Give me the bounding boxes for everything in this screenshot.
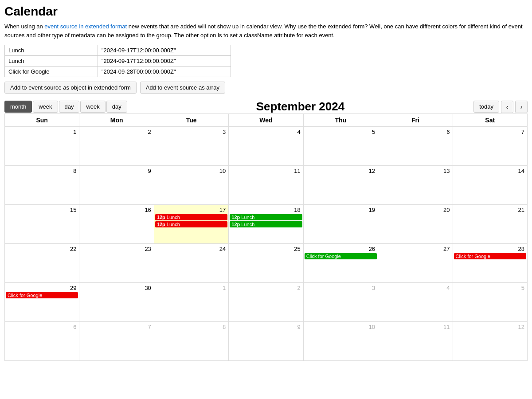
calendar-week-4: 22 23 24 25 26 Click for Google 27 28 Cl… xyxy=(5,244,528,283)
add-extended-button[interactable]: Add to event source as object in extende… xyxy=(4,82,137,94)
day-oct-12: 12 xyxy=(453,322,527,361)
next-button[interactable]: › xyxy=(515,101,528,113)
view-day-button-1[interactable]: day xyxy=(59,101,80,113)
day-sep-22: 22 xyxy=(5,244,79,283)
description: When using an event source in extended f… xyxy=(4,22,528,39)
page-title: Calendar xyxy=(4,4,528,19)
table-row: Lunch "2024-09-17T12:00:00.000Z" xyxy=(5,56,231,66)
event-name-cell: Lunch xyxy=(5,45,98,56)
header-wed: Wed xyxy=(229,114,303,127)
day-sep-30: 30 xyxy=(79,283,154,322)
header-sat: Sat xyxy=(453,114,527,127)
day-oct-9: 9 xyxy=(229,322,303,361)
day-oct-6: 6 xyxy=(5,322,79,361)
calendar-controls: month week day week day September 2024 t… xyxy=(4,100,528,113)
table-row: Lunch "2024-09-17T12:00:00.000Z" xyxy=(5,45,231,56)
header-thu: Thu xyxy=(303,114,378,127)
calendar-grid: Sun Mon Tue Wed Thu Fri Sat 1 2 3 4 5 6 … xyxy=(4,113,528,361)
day-sep-3: 3 xyxy=(154,127,228,166)
day-sep-8: 8 xyxy=(5,166,79,205)
today-button[interactable]: today xyxy=(473,101,499,113)
calendar-week-6: 6 7 8 9 10 11 12 xyxy=(5,322,528,361)
view-day-button-2[interactable]: day xyxy=(106,101,127,113)
event-lunch-18-2[interactable]: 12p Lunch xyxy=(230,221,302,227)
day-oct-10: 10 xyxy=(303,322,378,361)
day-oct-11: 11 xyxy=(378,322,453,361)
day-sep-5: 5 xyxy=(303,127,378,166)
day-oct-2: 2 xyxy=(229,283,303,322)
day-oct-8: 8 xyxy=(154,322,228,361)
day-sep-17: 17 12p Lunch 12p Lunch xyxy=(154,205,228,244)
day-sep-29: 29 Click for Google xyxy=(5,283,79,322)
day-sep-27: 27 xyxy=(378,244,453,283)
event-name-cell: Lunch xyxy=(5,56,98,66)
header-fri: Fri xyxy=(378,114,453,127)
day-sep-10: 10 xyxy=(154,166,228,205)
day-oct-3: 3 xyxy=(303,283,378,322)
extended-format-link[interactable]: event source in extended format xyxy=(44,23,127,30)
event-lunch-17-2[interactable]: 12p Lunch xyxy=(155,221,227,227)
event-lunch-17-1[interactable]: 12p Lunch xyxy=(155,214,227,220)
event-date-cell: "2024-09-17T12:00:00.000Z" xyxy=(98,45,231,56)
day-sep-24: 24 xyxy=(154,244,228,283)
day-sep-19: 19 xyxy=(303,205,378,244)
day-oct-4: 4 xyxy=(378,283,453,322)
day-sep-11: 11 xyxy=(229,166,303,205)
event-name-cell: Click for Google xyxy=(5,66,98,77)
calendar-week-1: 1 2 3 4 5 6 7 xyxy=(5,127,528,166)
day-sep-26: 26 Click for Google xyxy=(303,244,378,283)
day-sep-18: 18 12p Lunch 12p Lunch xyxy=(229,205,303,244)
day-sep-13: 13 xyxy=(378,166,453,205)
day-sep-23: 23 xyxy=(79,244,154,283)
table-row: Click for Google "2024-09-28T00:00:00.00… xyxy=(5,66,231,77)
day-sep-20: 20 xyxy=(378,205,453,244)
day-sep-9: 9 xyxy=(79,166,154,205)
view-buttons-group: month week day week day xyxy=(4,101,127,113)
day-sep-4: 4 xyxy=(229,127,303,166)
header-mon: Mon xyxy=(79,114,154,127)
view-week-button-1[interactable]: week xyxy=(33,101,58,113)
day-oct-7: 7 xyxy=(79,322,154,361)
calendar-title-area: September 2024 xyxy=(127,100,473,113)
view-week-button-2[interactable]: week xyxy=(80,101,105,113)
event-date-cell: "2024-09-28T00:00:00.000Z" xyxy=(98,66,231,77)
navigation-area: today ‹ › xyxy=(473,101,528,113)
day-sep-12: 12 xyxy=(303,166,378,205)
day-sep-21: 21 xyxy=(453,205,527,244)
day-sep-6: 6 xyxy=(378,127,453,166)
event-google-29[interactable]: Click for Google xyxy=(6,292,78,298)
prev-button[interactable]: ‹ xyxy=(501,101,513,113)
day-sep-15: 15 xyxy=(5,205,79,244)
header-tue: Tue xyxy=(154,114,228,127)
day-sep-28: 28 Click for Google xyxy=(453,244,527,283)
view-month-button[interactable]: month xyxy=(4,101,32,113)
header-sun: Sun xyxy=(5,114,79,127)
event-date-cell: "2024-09-17T12:00:00.000Z" xyxy=(98,56,231,66)
event-google-28[interactable]: Click for Google xyxy=(454,253,526,259)
events-table: Lunch "2024-09-17T12:00:00.000Z" Lunch "… xyxy=(4,45,231,77)
add-array-button[interactable]: Add to event source as array xyxy=(140,82,225,94)
event-google-26[interactable]: Click for Google xyxy=(305,253,377,259)
day-sep-7: 7 xyxy=(453,127,527,166)
day-sep-16: 16 xyxy=(79,205,154,244)
day-sep-1: 1 xyxy=(5,127,79,166)
action-buttons: Add to event source as object in extende… xyxy=(4,82,528,94)
day-sep-25: 25 xyxy=(229,244,303,283)
calendar-title: September 2024 xyxy=(256,100,344,113)
day-oct-1: 1 xyxy=(154,283,228,322)
day-oct-5: 5 xyxy=(453,283,527,322)
calendar-header-row: Sun Mon Tue Wed Thu Fri Sat xyxy=(5,114,528,127)
day-sep-2: 2 xyxy=(79,127,154,166)
event-lunch-18-1[interactable]: 12p Lunch xyxy=(230,214,302,220)
calendar-week-2: 8 9 10 11 12 13 14 xyxy=(5,166,528,205)
calendar-week-5: 29 Click for Google 30 1 2 3 4 5 xyxy=(5,283,528,322)
day-sep-14: 14 xyxy=(453,166,527,205)
calendar-week-3: 15 16 17 12p Lunch 12p Lunch 18 12p Lunc… xyxy=(5,205,528,244)
